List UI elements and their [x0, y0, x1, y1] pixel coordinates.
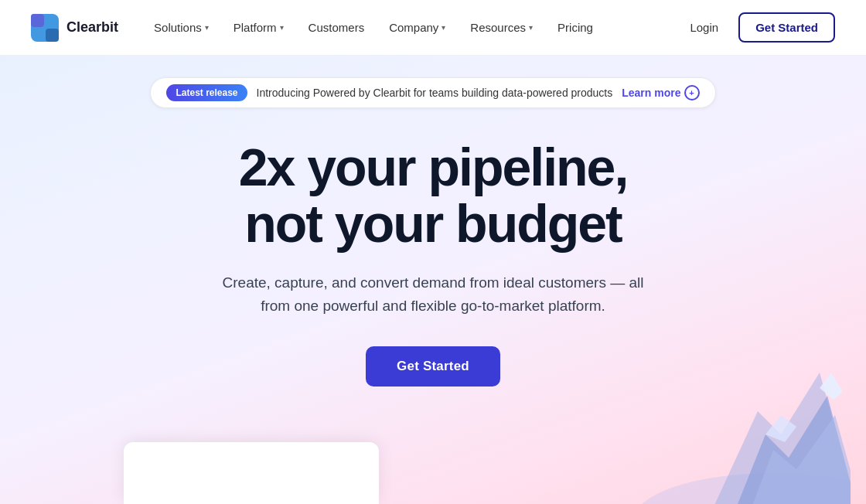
nav-company[interactable]: Company ▾: [378, 15, 456, 40]
learn-more-label: Learn more: [622, 87, 680, 99]
hero-card-preview: [124, 442, 379, 504]
resources-chevron-icon: ▾: [529, 23, 533, 32]
nav-platform[interactable]: Platform ▾: [223, 15, 295, 40]
learn-more-link[interactable]: Learn more +: [622, 85, 699, 100]
nav-pricing[interactable]: Pricing: [547, 15, 604, 40]
logo-link[interactable]: Clearbit: [31, 14, 118, 42]
hero-bg-visual: [557, 349, 866, 504]
company-chevron-icon: ▾: [442, 23, 445, 32]
hero-subtitle: Create, capture, and convert demand from…: [209, 271, 657, 318]
navbar: Clearbit Solutions ▾ Platform ▾ Customer…: [0, 0, 866, 56]
login-button[interactable]: Login: [676, 15, 732, 40]
nav-customers[interactable]: Customers: [298, 15, 376, 40]
svg-rect-2: [46, 29, 59, 42]
iceberg-icon: [557, 349, 851, 504]
hero-title: 2x your pipeline, not your budget: [209, 139, 657, 253]
nav-links: Solutions ▾ Platform ▾ Customers Company…: [143, 15, 676, 40]
clearbit-logo-icon: [31, 14, 59, 42]
nav-resources[interactable]: Resources ▾: [459, 15, 544, 40]
nav-solutions[interactable]: Solutions ▾: [143, 15, 220, 40]
platform-chevron-icon: ▾: [280, 23, 284, 32]
solutions-chevron-icon: ▾: [205, 23, 209, 32]
get-started-hero-button[interactable]: Get Started: [366, 346, 500, 387]
hero-title-line1: 2x your pipeline,: [239, 138, 628, 196]
learn-more-circle-icon: +: [684, 85, 700, 100]
latest-release-badge: Latest release: [166, 84, 247, 101]
announcement-text: Introducing Powered by Clearbit for team…: [257, 87, 613, 99]
nav-actions: Login Get Started: [676, 12, 835, 43]
announcement-banner: Latest release Introducing Powered by Cl…: [150, 77, 715, 108]
get-started-nav-button[interactable]: Get Started: [738, 12, 835, 43]
brand-name: Clearbit: [66, 19, 118, 36]
hero-section: Latest release Introducing Powered by Cl…: [0, 56, 866, 504]
hero-title-line2: not your budget: [244, 194, 621, 253]
svg-rect-3: [31, 14, 44, 27]
